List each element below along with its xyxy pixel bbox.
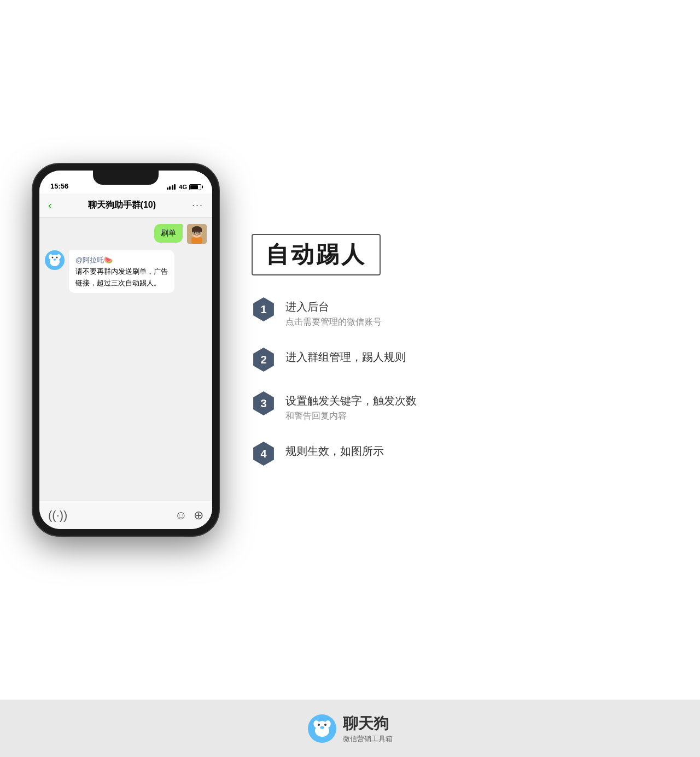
svg-point-16 xyxy=(52,257,54,259)
message-outgoing: 刷单 xyxy=(45,224,207,244)
feature-title-box: 自动踢人 xyxy=(252,234,381,275)
step-content-4: 规则生效，如图所示 xyxy=(285,442,384,459)
status-time: 15:56 xyxy=(50,182,68,190)
steps-list: 1 进入后台 点击需要管理的微信账号 2 进入群组管理，踢人规则 3 xyxy=(252,297,667,466)
nav-bar: ‹ 聊天狗助手群(10) ··· xyxy=(39,193,212,218)
msg-in-body: 请不要再群内发送刷单，广告 链接，超过三次自动踢人。 xyxy=(75,266,168,289)
step-sub-1: 点击需要管理的微信账号 xyxy=(285,316,382,328)
footer-brand-name: 聊天狗 xyxy=(343,713,389,734)
back-button[interactable]: ‹ xyxy=(48,199,52,212)
footer-logo-icon xyxy=(308,714,336,743)
step-num-3: 3 xyxy=(260,397,266,410)
step-badge-2: 2 xyxy=(252,348,276,372)
avatar-dog xyxy=(45,250,65,270)
svg-point-23 xyxy=(320,726,324,729)
more-button[interactable]: ··· xyxy=(192,199,203,211)
signal-icon xyxy=(167,184,176,190)
svg-point-24 xyxy=(318,724,320,726)
step-badge-1: 1 xyxy=(252,297,276,321)
step-main-3: 设置触发关键字，触发次数 xyxy=(285,394,417,408)
phone-screen: 15:56 4G ‹ 聊天狗助手群(10) xyxy=(39,171,212,529)
step-content-2: 进入群组管理，踢人规则 xyxy=(285,348,406,365)
step-num-1: 1 xyxy=(260,303,266,316)
step-2: 2 进入群组管理，踢人规则 xyxy=(252,348,667,372)
bubble-incoming: @阿拉吒🍉 请不要再群内发送刷单，广告 链接，超过三次自动踢人。 xyxy=(69,250,174,293)
battery-icon xyxy=(189,184,201,190)
svg-point-5 xyxy=(194,232,196,234)
phone-mockup: 15:56 4G ‹ 聊天狗助手群(10) xyxy=(33,164,219,536)
voice-button[interactable]: ((·)) xyxy=(48,508,67,523)
svg-point-25 xyxy=(324,724,326,726)
step-badge-3: 3 xyxy=(252,391,276,415)
footer-brand: 聊天狗 微信营销工具箱 xyxy=(343,713,393,744)
msg-mention: @阿拉吒🍉 xyxy=(75,255,168,266)
step-4: 4 规则生效，如图所示 xyxy=(252,442,667,466)
feature-title: 自动踢人 xyxy=(266,242,366,267)
status-icons: 4G xyxy=(167,184,201,190)
svg-point-17 xyxy=(56,257,58,259)
step-sub-3: 和警告回复内容 xyxy=(285,410,417,422)
right-panel: 自动踢人 1 进入后台 点击需要管理的微信账号 2 进入群组管理，踢人规则 xyxy=(252,234,667,466)
step-badge-4: 4 xyxy=(252,442,276,466)
step-3: 3 设置触发关键字，触发次数 和警告回复内容 xyxy=(252,391,667,422)
plus-button[interactable]: ⊕ xyxy=(194,508,203,523)
avatar-user xyxy=(187,224,207,244)
step-1: 1 进入后台 点击需要管理的微信账号 xyxy=(252,297,667,328)
footer: 聊天狗 微信营销工具箱 xyxy=(0,700,700,757)
svg-point-6 xyxy=(199,232,200,234)
step-num-4: 4 xyxy=(260,448,266,460)
step-main-1: 进入后台 xyxy=(285,300,382,314)
bubble-outgoing: 刷单 xyxy=(154,224,183,243)
footer-brand-sub: 微信营销工具箱 xyxy=(343,734,393,744)
phone-notch xyxy=(93,171,159,185)
step-content-1: 进入后台 点击需要管理的微信账号 xyxy=(285,297,382,328)
svg-rect-1 xyxy=(191,237,202,244)
step-main-2: 进入群组管理，踢人规则 xyxy=(285,350,406,365)
step-content-3: 设置触发关键字，触发次数 和警告回复内容 xyxy=(285,391,417,422)
step-main-4: 规则生效，如图所示 xyxy=(285,444,384,459)
chat-title: 聊天狗助手群(10) xyxy=(88,199,156,211)
network-label: 4G xyxy=(179,184,187,190)
message-incoming: @阿拉吒🍉 请不要再群内发送刷单，广告 链接，超过三次自动踢人。 xyxy=(45,250,207,293)
msg-out-text: 刷单 xyxy=(161,228,176,237)
chat-area: 刷单 xyxy=(39,218,212,501)
chat-toolbar: ((·)) ☺ ⊕ xyxy=(39,501,212,529)
step-num-2: 2 xyxy=(260,354,266,366)
svg-point-15 xyxy=(54,259,56,261)
svg-rect-4 xyxy=(192,229,202,232)
emoji-button[interactable]: ☺ xyxy=(175,508,187,523)
